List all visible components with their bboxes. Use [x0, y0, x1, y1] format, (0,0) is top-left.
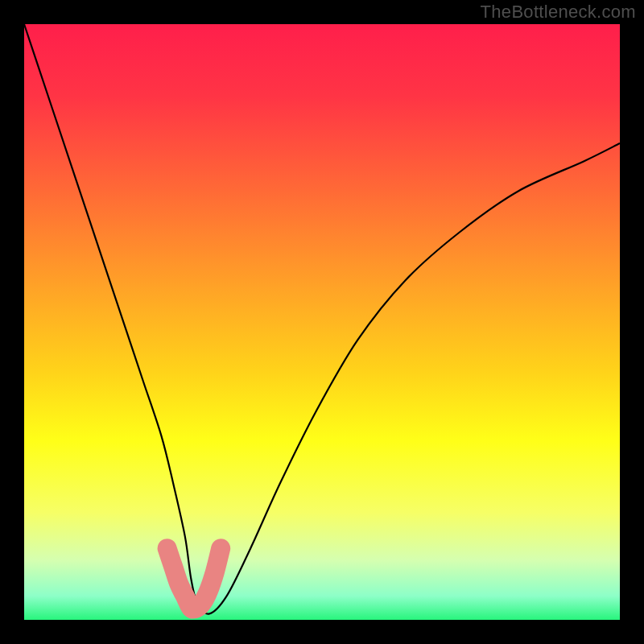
chart-frame: TheBottleneck.com: [0, 0, 644, 644]
plot-background: [24, 24, 620, 620]
chart-svg: [0, 0, 644, 644]
